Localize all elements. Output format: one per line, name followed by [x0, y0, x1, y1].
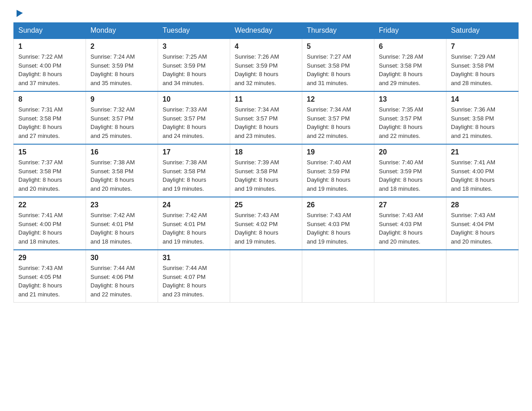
day-number: 12 — [307, 95, 369, 103]
day-number: 11 — [235, 95, 297, 103]
calendar-day-27: 27 Sunrise: 7:43 AMSunset: 4:03 PMDaylig… — [374, 197, 446, 250]
day-number: 23 — [90, 201, 153, 209]
calendar-day-28: 28 Sunrise: 7:43 AMSunset: 4:04 PMDaylig… — [446, 197, 519, 250]
day-number: 6 — [379, 43, 442, 51]
svg-marker-0 — [17, 10, 23, 17]
empty-cell-4-3 — [230, 250, 302, 303]
day-number: 21 — [451, 148, 514, 156]
day-number: 4 — [235, 43, 297, 51]
day-info: Sunrise: 7:43 AMSunset: 4:02 PMDaylight:… — [235, 211, 297, 246]
day-number: 8 — [18, 95, 81, 103]
calendar-day-1: 1 Sunrise: 7:22 AMSunset: 4:00 PMDayligh… — [14, 39, 86, 91]
calendar-day-24: 24 Sunrise: 7:42 AMSunset: 4:01 PMDaylig… — [158, 197, 230, 250]
calendar-day-31: 31 Sunrise: 7:44 AMSunset: 4:07 PMDaylig… — [158, 250, 230, 303]
calendar-day-22: 22 Sunrise: 7:41 AMSunset: 4:00 PMDaylig… — [14, 197, 86, 250]
weekday-header-thursday: Thursday — [302, 23, 374, 39]
day-info: Sunrise: 7:35 AMSunset: 3:57 PMDaylight:… — [379, 105, 442, 140]
calendar-day-19: 19 Sunrise: 7:40 AMSunset: 3:59 PMDaylig… — [302, 144, 374, 197]
calendar-header: SundayMondayTuesdayWednesdayThursdayFrid… — [14, 23, 519, 39]
calendar-day-4: 4 Sunrise: 7:26 AMSunset: 3:59 PMDayligh… — [230, 39, 302, 91]
weekday-header-monday: Monday — [86, 23, 158, 39]
day-info: Sunrise: 7:34 AMSunset: 3:57 PMDaylight:… — [235, 105, 297, 140]
day-number: 27 — [379, 201, 442, 209]
calendar-day-30: 30 Sunrise: 7:44 AMSunset: 4:06 PMDaylig… — [86, 250, 158, 303]
day-info: Sunrise: 7:36 AMSunset: 3:58 PMDaylight:… — [451, 105, 514, 140]
day-number: 2 — [90, 43, 153, 51]
day-info: Sunrise: 7:29 AMSunset: 3:58 PMDaylight:… — [451, 52, 514, 87]
day-info: Sunrise: 7:38 AMSunset: 3:58 PMDaylight:… — [90, 158, 153, 193]
day-info: Sunrise: 7:41 AMSunset: 4:00 PMDaylight:… — [451, 158, 514, 193]
day-number: 18 — [235, 148, 297, 156]
calendar-day-17: 17 Sunrise: 7:38 AMSunset: 3:58 PMDaylig… — [158, 144, 230, 197]
day-number: 20 — [379, 148, 442, 156]
page-header — [13, 9, 519, 18]
calendar-day-25: 25 Sunrise: 7:43 AMSunset: 4:02 PMDaylig… — [230, 197, 302, 250]
calendar-day-6: 6 Sunrise: 7:28 AMSunset: 3:58 PMDayligh… — [374, 39, 446, 91]
calendar-day-11: 11 Sunrise: 7:34 AMSunset: 3:57 PMDaylig… — [230, 91, 302, 144]
calendar-day-26: 26 Sunrise: 7:43 AMSunset: 4:03 PMDaylig… — [302, 197, 374, 250]
day-info: Sunrise: 7:38 AMSunset: 3:58 PMDaylight:… — [163, 158, 225, 193]
day-number: 17 — [163, 148, 225, 156]
weekday-header-friday: Friday — [374, 23, 446, 39]
calendar-table: SundayMondayTuesdayWednesdayThursdayFrid… — [13, 22, 519, 303]
day-number: 25 — [235, 201, 297, 209]
weekday-header-sunday: Sunday — [14, 23, 86, 39]
day-number: 30 — [90, 254, 153, 262]
day-number: 5 — [307, 43, 369, 51]
calendar-day-12: 12 Sunrise: 7:34 AMSunset: 3:57 PMDaylig… — [302, 91, 374, 144]
calendar-week-4: 22 Sunrise: 7:41 AMSunset: 4:00 PMDaylig… — [14, 197, 519, 250]
logo — [13, 9, 25, 18]
day-info: Sunrise: 7:43 AMSunset: 4:05 PMDaylight:… — [18, 264, 81, 299]
calendar-day-20: 20 Sunrise: 7:40 AMSunset: 3:59 PMDaylig… — [374, 144, 446, 197]
day-info: Sunrise: 7:27 AMSunset: 3:58 PMDaylight:… — [307, 52, 369, 87]
day-number: 14 — [451, 95, 514, 103]
day-info: Sunrise: 7:24 AMSunset: 3:59 PMDaylight:… — [90, 52, 153, 87]
calendar-day-10: 10 Sunrise: 7:33 AMSunset: 3:57 PMDaylig… — [158, 91, 230, 144]
day-number: 1 — [18, 43, 81, 51]
day-info: Sunrise: 7:33 AMSunset: 3:57 PMDaylight:… — [163, 105, 225, 140]
calendar-day-2: 2 Sunrise: 7:24 AMSunset: 3:59 PMDayligh… — [86, 39, 158, 91]
day-info: Sunrise: 7:26 AMSunset: 3:59 PMDaylight:… — [235, 52, 297, 87]
day-info: Sunrise: 7:34 AMSunset: 3:57 PMDaylight:… — [307, 105, 369, 140]
calendar-day-29: 29 Sunrise: 7:43 AMSunset: 4:05 PMDaylig… — [14, 250, 86, 303]
calendar-day-8: 8 Sunrise: 7:31 AMSunset: 3:58 PMDayligh… — [14, 91, 86, 144]
day-number: 29 — [18, 254, 81, 262]
day-number: 22 — [18, 201, 81, 209]
day-number: 31 — [163, 254, 225, 262]
calendar-week-3: 15 Sunrise: 7:37 AMSunset: 3:58 PMDaylig… — [14, 144, 519, 197]
day-number: 7 — [451, 43, 514, 51]
calendar-day-9: 9 Sunrise: 7:32 AMSunset: 3:57 PMDayligh… — [86, 91, 158, 144]
empty-cell-4-5 — [374, 250, 446, 303]
empty-cell-4-6 — [446, 250, 519, 303]
day-info: Sunrise: 7:43 AMSunset: 4:03 PMDaylight:… — [379, 211, 442, 246]
calendar-day-14: 14 Sunrise: 7:36 AMSunset: 3:58 PMDaylig… — [446, 91, 519, 144]
weekday-header-saturday: Saturday — [446, 23, 519, 39]
weekday-header-row: SundayMondayTuesdayWednesdayThursdayFrid… — [14, 23, 519, 39]
calendar-day-15: 15 Sunrise: 7:37 AMSunset: 3:58 PMDaylig… — [14, 144, 86, 197]
weekday-header-tuesday: Tuesday — [158, 23, 230, 39]
day-info: Sunrise: 7:40 AMSunset: 3:59 PMDaylight:… — [307, 158, 369, 193]
logo-triangle-icon — [15, 8, 25, 18]
day-info: Sunrise: 7:32 AMSunset: 3:57 PMDaylight:… — [90, 105, 153, 140]
day-info: Sunrise: 7:25 AMSunset: 3:59 PMDaylight:… — [163, 52, 225, 87]
day-info: Sunrise: 7:42 AMSunset: 4:01 PMDaylight:… — [90, 211, 153, 246]
day-info: Sunrise: 7:40 AMSunset: 3:59 PMDaylight:… — [379, 158, 442, 193]
empty-cell-4-4 — [302, 250, 374, 303]
calendar-day-16: 16 Sunrise: 7:38 AMSunset: 3:58 PMDaylig… — [86, 144, 158, 197]
day-number: 16 — [90, 148, 153, 156]
calendar-day-3: 3 Sunrise: 7:25 AMSunset: 3:59 PMDayligh… — [158, 39, 230, 91]
day-number: 13 — [379, 95, 442, 103]
calendar-day-18: 18 Sunrise: 7:39 AMSunset: 3:58 PMDaylig… — [230, 144, 302, 197]
day-number: 19 — [307, 148, 369, 156]
calendar-body: 1 Sunrise: 7:22 AMSunset: 4:00 PMDayligh… — [14, 39, 519, 303]
day-number: 24 — [163, 201, 225, 209]
calendar-day-5: 5 Sunrise: 7:27 AMSunset: 3:58 PMDayligh… — [302, 39, 374, 91]
day-info: Sunrise: 7:41 AMSunset: 4:00 PMDaylight:… — [18, 211, 81, 246]
day-number: 28 — [451, 201, 514, 209]
calendar-week-2: 8 Sunrise: 7:31 AMSunset: 3:58 PMDayligh… — [14, 91, 519, 144]
calendar-day-7: 7 Sunrise: 7:29 AMSunset: 3:58 PMDayligh… — [446, 39, 519, 91]
day-info: Sunrise: 7:37 AMSunset: 3:58 PMDaylight:… — [18, 158, 81, 193]
day-info: Sunrise: 7:44 AMSunset: 4:07 PMDaylight:… — [163, 264, 225, 299]
day-info: Sunrise: 7:42 AMSunset: 4:01 PMDaylight:… — [163, 211, 225, 246]
day-info: Sunrise: 7:43 AMSunset: 4:04 PMDaylight:… — [451, 211, 514, 246]
